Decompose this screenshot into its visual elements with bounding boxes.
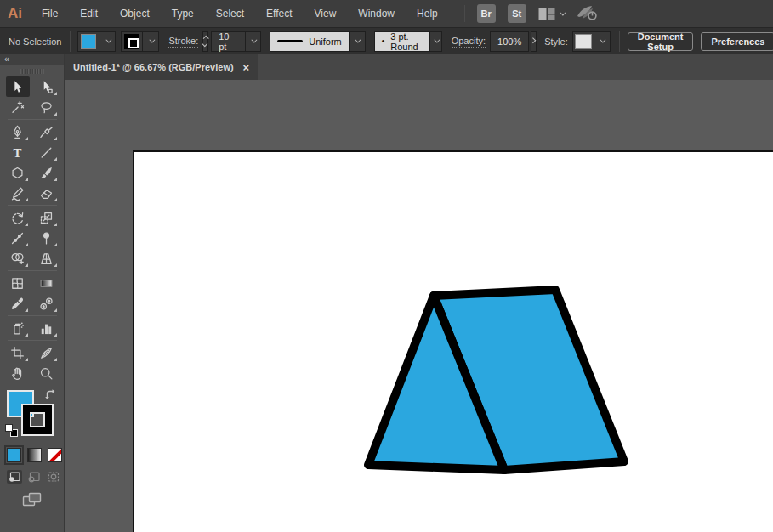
tools-panel-grip[interactable] (0, 65, 64, 76)
tool-shaper[interactable] (6, 183, 30, 203)
tool-eraser[interactable] (35, 183, 59, 203)
tool-width[interactable] (6, 228, 30, 248)
bridge-button[interactable]: Br (477, 4, 496, 23)
canvas[interactable] (65, 80, 773, 532)
selection-icon (10, 80, 25, 94)
stock-button[interactable]: St (508, 4, 526, 23)
fill-color-dropdown[interactable] (77, 31, 116, 52)
tool-direct-selection[interactable] (35, 76, 59, 97)
type-icon: T (10, 145, 25, 160)
document-tab-strip: Untitled-1* @ 66.67% (RGB/Preview) × (65, 54, 773, 80)
menu-item-effect[interactable]: Effect (255, 0, 303, 27)
tool-scale[interactable] (35, 207, 59, 228)
eyedropper-icon (10, 297, 25, 311)
tool-magic-wand[interactable] (6, 97, 30, 117)
document-setup-button[interactable]: Document Setup (628, 32, 694, 51)
tools-panel: « T (0, 54, 65, 532)
width-profile-chevron[interactable] (349, 32, 365, 51)
tool-zoom[interactable] (35, 363, 59, 383)
menu-item-object[interactable]: Object (109, 0, 161, 27)
tool-pen[interactable] (6, 122, 30, 142)
paintbrush-icon (39, 166, 54, 180)
document-tab-title: Untitled-1* @ 66.67% (RGB/Preview) (73, 62, 237, 72)
menu-item-window[interactable]: Window (347, 0, 406, 27)
fill-chevron[interactable] (99, 32, 115, 51)
direct-selection-icon (39, 80, 54, 94)
magic-wand-icon (10, 100, 25, 115)
style-label: Style: (544, 37, 568, 47)
stroke-swatch[interactable] (124, 34, 139, 49)
gradient-button[interactable] (27, 448, 42, 462)
menu-item-edit[interactable]: Edit (69, 0, 109, 27)
default-fill-stroke-icon[interactable] (5, 424, 18, 437)
menu-item-file[interactable]: File (31, 0, 69, 27)
draw-normal-button[interactable] (7, 470, 22, 484)
tool-mesh[interactable] (6, 273, 30, 293)
stroke-panel-link[interactable]: Stroke: (168, 36, 198, 48)
stroke-chevron[interactable] (142, 32, 158, 51)
stroke-proxy-swatch[interactable] (23, 405, 52, 434)
swap-fill-stroke-icon[interactable] (44, 388, 58, 405)
brush-definition-dropdown[interactable]: • 3 pt. Round (374, 31, 442, 52)
collapse-panel-icon[interactable]: « (4, 54, 9, 64)
style-dropdown[interactable] (572, 31, 611, 52)
illustrator-window: Ai FileEditObjectTypeSelectEffectViewWin… (0, 0, 773, 532)
launch-gpu-button[interactable] (576, 4, 598, 24)
menu-item-help[interactable]: Help (406, 0, 449, 27)
tool-hand[interactable] (6, 363, 30, 383)
tool-blend[interactable] (35, 293, 59, 314)
lasso-icon (39, 100, 54, 115)
opacity-value[interactable]: 100% (491, 37, 528, 47)
width-profile-thumbnail (277, 40, 303, 42)
close-tab-icon[interactable]: × (242, 61, 249, 74)
tool-gradient[interactable] (35, 273, 59, 293)
stroke-weight-dropdown[interactable]: 10 pt (211, 31, 261, 52)
opacity-panel-link[interactable]: Opacity: (452, 36, 486, 48)
draw-inside-button[interactable] (46, 470, 61, 484)
change-screen-mode-button[interactable] (22, 492, 43, 512)
tool-lasso[interactable] (35, 97, 59, 117)
workspace-switcher-button[interactable] (538, 8, 564, 20)
menu-item-type[interactable]: Type (161, 0, 205, 27)
opacity-options-button[interactable] (531, 31, 537, 52)
chevron-right-icon (530, 37, 536, 43)
document-tab[interactable]: Untitled-1* @ 66.67% (RGB/Preview) × (65, 54, 258, 80)
tool-eyedropper[interactable] (6, 293, 30, 314)
tool-artboard[interactable] (6, 342, 30, 363)
tool-puppet-warp[interactable] (35, 228, 59, 248)
tool-column-graph[interactable] (35, 318, 59, 338)
menu-item-view[interactable]: View (304, 0, 348, 27)
menu-item-select[interactable]: Select (205, 0, 255, 27)
menu: FileEditObjectTypeSelectEffectViewWindow… (31, 0, 449, 27)
tool-paintbrush[interactable] (35, 162, 59, 183)
stroke-color-dropdown[interactable] (121, 31, 159, 52)
style-swatch[interactable] (575, 34, 592, 49)
none-button[interactable] (48, 448, 62, 462)
tool-symbol-sprayer[interactable] (6, 318, 30, 338)
artboard[interactable] (133, 150, 773, 532)
tool-rotate[interactable] (6, 207, 30, 228)
preferences-button[interactable]: Preferences (701, 32, 773, 51)
variable-width-profile-dropdown[interactable]: Uniform (270, 31, 366, 52)
style-chevron[interactable] (594, 32, 610, 51)
draw-behind-button[interactable] (26, 470, 42, 484)
tool-shape-builder[interactable] (6, 248, 30, 269)
divider (70, 31, 71, 52)
stroke-weight-value[interactable]: 10 pt (212, 31, 245, 52)
stroke-weight-stepper[interactable] (202, 31, 208, 52)
tool-slice[interactable] (35, 342, 59, 363)
color-mode-buttons (7, 448, 64, 462)
fill-swatch[interactable] (81, 34, 96, 49)
tool-perspective-grid[interactable] (35, 248, 59, 269)
stroke-weight-chevron[interactable] (245, 32, 260, 51)
brush-chevron[interactable] (429, 32, 441, 51)
app-logo: Ai (8, 5, 22, 22)
tool-line-segment[interactable] (35, 142, 59, 162)
color-button[interactable] (7, 448, 21, 462)
tools-panel-header[interactable]: « (0, 54, 64, 65)
tool-shape[interactable] (6, 162, 30, 183)
opacity-field[interactable]: 100% (490, 31, 529, 52)
tool-type[interactable]: T (6, 142, 30, 162)
tool-selection[interactable] (6, 76, 30, 97)
tool-curvature[interactable] (35, 122, 59, 142)
